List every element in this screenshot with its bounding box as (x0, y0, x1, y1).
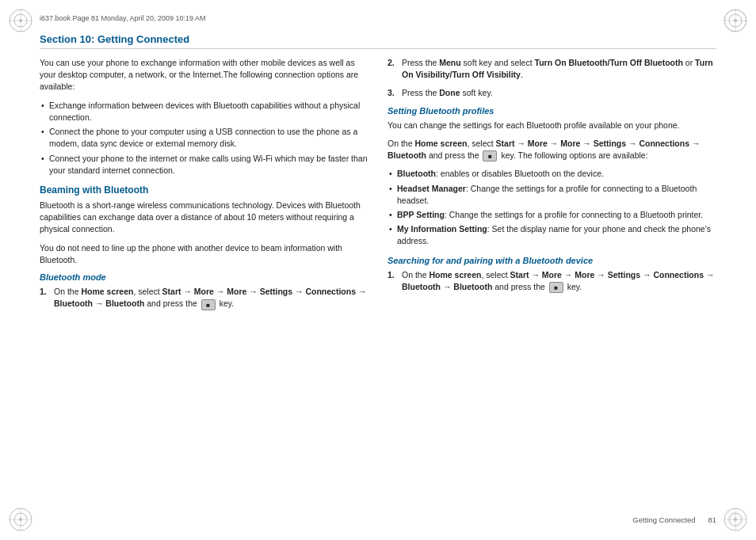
corner-decoration-tr (721, 6, 750, 35)
step3-content: Press the Done soft key. (402, 87, 716, 99)
corner-decoration-br (721, 505, 750, 534)
intro-bullet-2: Connect the phone to your computer using… (40, 126, 368, 150)
bt-profiles-title: Setting Bluetooth profiles (388, 106, 716, 116)
intro-bullet-list: Exchange information between devices wit… (40, 100, 368, 177)
header-bar: i637.book Page 81 Monday, April 20, 2009… (40, 14, 716, 22)
bt-mode-title: Bluetooth mode (40, 272, 368, 282)
right-step3: 3. Press the Done soft key. (388, 87, 716, 99)
bt-profile-bullet-1: Bluetooth: enables or disables Bluetooth… (388, 168, 716, 180)
key-icon-searching: ■ (549, 282, 563, 293)
section-divider (40, 48, 716, 49)
searching-title: Searching for and pairing with a Bluetoo… (388, 256, 716, 265)
header-text: i637.book Page 81 Monday, April 20, 2009… (40, 14, 205, 22)
searching-step1: 1. On the Home screen, select Start → Mo… (388, 269, 716, 293)
bt-profile-bullet-3: BPP Setting: Change the settings for a p… (388, 209, 716, 221)
step1-content: On the Home screen, select Start → More … (54, 286, 368, 310)
key-icon-profiles: ■ (483, 150, 497, 162)
searching-step1-number: 1. (388, 269, 399, 293)
bt-profile-bullet-4: My Information Setting: Set the display … (388, 223, 716, 247)
bt-profiles-para2: On the Home screen, select Start → More … (388, 138, 716, 162)
bt-mode-step1: 1. On the Home screen, select Start → Mo… (40, 286, 368, 310)
two-column-layout: You can use your phone to exchange infor… (40, 57, 716, 317)
corner-decoration-bl (6, 505, 35, 534)
searching-step1-content: On the Home screen, select Start → More … (402, 269, 716, 293)
step1-number: 1. (40, 286, 51, 310)
intro-paragraph: You can use your phone to exchange infor… (40, 57, 368, 93)
left-column: You can use your phone to exchange infor… (40, 57, 368, 317)
page-container: i637.book Page 81 Monday, April 20, 2009… (0, 0, 756, 540)
page-footer: Getting Connected 81 (40, 515, 716, 524)
right-column: 2. Press the Menu soft key and select Tu… (388, 57, 716, 317)
key-icon-step1: ■ (201, 299, 216, 310)
page-number: 81 (708, 515, 716, 524)
bt-profiles-para1: You can change the settings for each Blu… (388, 120, 716, 131)
step2-number: 2. (388, 57, 399, 81)
beaming-title: Beaming with Bluetooth (40, 184, 368, 196)
section-title: Section 10: Getting Connected (40, 33, 716, 45)
bt-profiles-bullet-list: Bluetooth: enables or disables Bluetooth… (388, 168, 716, 247)
beaming-para2: You do not need to line up the phone wit… (40, 242, 368, 266)
step2-content: Press the Menu soft key and select Turn … (402, 57, 716, 81)
step3-number: 3. (388, 87, 399, 99)
footer-text: Getting Connected (632, 515, 695, 524)
corner-decoration-tl (6, 6, 35, 35)
intro-bullet-1: Exchange information between devices wit… (40, 100, 368, 124)
right-step2: 2. Press the Menu soft key and select Tu… (388, 57, 716, 81)
intro-bullet-3: Connect your phone to the internet or ma… (40, 153, 368, 177)
bt-profile-bullet-2: Headset Manager: Change the settings for… (388, 183, 716, 207)
beaming-para1: Bluetooth is a short-range wireless comm… (40, 200, 368, 236)
content-area: Section 10: Getting Connected You can us… (40, 33, 716, 507)
